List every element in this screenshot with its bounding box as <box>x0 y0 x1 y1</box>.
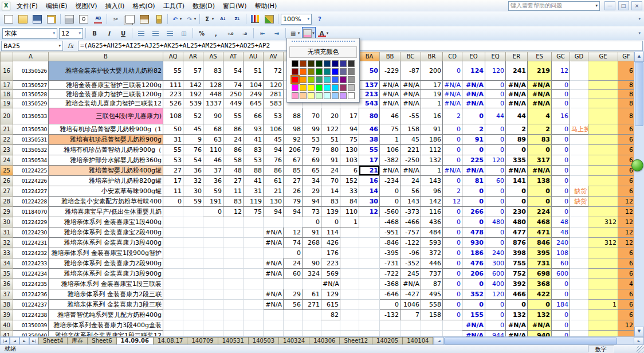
horizontal-scrollbar[interactable]: ◄ ► <box>433 337 644 345</box>
cell-AZ29[interactable]: 110 <box>340 207 359 217</box>
cell-AU40[interactable] <box>244 320 264 331</box>
cell-AW23[interactable]: 206 <box>284 145 303 155</box>
cell-GE35[interactable] <box>588 269 618 279</box>
cell-GD24[interactable] <box>570 155 588 166</box>
cell-AY39[interactable]: 82 <box>321 310 340 320</box>
cell-AY40[interactable] <box>321 320 340 331</box>
cell-BC18[interactable]: #N/A <box>400 90 421 99</box>
color-swatch-333399[interactable] <box>340 60 347 67</box>
cell-ES26[interactable]: 138 <box>528 176 552 186</box>
cell-AS28[interactable]: 191 <box>203 197 223 207</box>
close-button[interactable]: × <box>631 1 642 10</box>
cell-BA21[interactable]: 46 <box>359 124 380 135</box>
row-header-24[interactable]: 24 <box>1 155 13 166</box>
cell-BC31[interactable]: -757 <box>400 228 421 238</box>
col-header-CD[interactable]: CD <box>443 52 462 61</box>
cell-GD37[interactable] <box>570 289 588 300</box>
color-swatch-FF0000[interactable] <box>292 76 299 83</box>
cell-ES33[interactable]: 395 <box>528 248 552 258</box>
cell-BB23[interactable]: 106 <box>380 145 400 155</box>
cell-AS34[interactable] <box>203 258 223 269</box>
chart-button[interactable] <box>248 13 262 25</box>
color-swatch-CCFFCC[interactable] <box>316 92 323 99</box>
cell-GF36[interactable]: 4 <box>618 279 635 289</box>
cell-ES19[interactable]: #N/A <box>528 99 552 108</box>
cell-GD35[interactable] <box>570 269 588 279</box>
cell-A16[interactable]: 01350526 <box>13 61 49 81</box>
cell-ER22[interactable]: 89 <box>506 135 528 145</box>
cell-BB35[interactable]: -722 <box>380 269 400 279</box>
cell-ER39[interactable]: 132 <box>506 310 528 320</box>
cell-AQ36[interactable] <box>163 279 183 289</box>
cell-BA37[interactable] <box>359 289 380 300</box>
col-header-EO[interactable]: EO <box>462 52 485 61</box>
cell-AX27[interactable]: 29 <box>303 186 321 197</box>
cell-EQ36[interactable]: 400 <box>485 279 506 289</box>
cell-AT24[interactable]: 58 <box>223 155 244 166</box>
menu-insert[interactable]: 插入(I) <box>101 1 129 11</box>
cell-GE16[interactable] <box>588 61 618 81</box>
row-header-16[interactable]: 16 <box>1 61 13 81</box>
name-box[interactable]: BA25 ▾ <box>1 41 63 51</box>
print-button[interactable] <box>62 13 76 25</box>
font-name-select[interactable]: 宋体▾ <box>2 28 57 39</box>
cell-CD21[interactable]: 0 <box>443 124 462 135</box>
cell-BR22[interactable]: 186 <box>421 135 443 145</box>
cell-AQ24[interactable]: 53 <box>163 155 183 166</box>
cell-AT29[interactable]: 12 <box>223 207 244 217</box>
cell-AZ31[interactable] <box>340 228 359 238</box>
cell-B37[interactable]: 雅培亲体系列 金装喜康力2段三联 <box>49 289 163 300</box>
cell-GF18[interactable]: 8 <box>618 90 635 99</box>
cell-A19[interactable]: 01350529 <box>13 99 49 108</box>
sheet-tab-140709[interactable]: 140709 <box>187 337 218 345</box>
cell-AS18[interactable]: 448 <box>203 90 223 99</box>
cell-AT26[interactable]: 27 <box>223 176 244 186</box>
cell-BC39[interactable]: 7 <box>400 310 421 320</box>
cell-GD38[interactable] <box>570 300 588 310</box>
cell-AV35[interactable]: #N/A <box>264 269 284 279</box>
cell-BC32[interactable]: -122 <box>400 238 421 248</box>
cell-AT35[interactable] <box>223 269 244 279</box>
cell-GC34[interactable]: 60 <box>552 258 570 269</box>
cell-GD40[interactable] <box>570 320 588 331</box>
cell-EO30[interactable]: 0 <box>462 217 485 228</box>
cell-GD39[interactable] <box>570 310 588 320</box>
align-center-button[interactable] <box>148 27 162 40</box>
cell-AQ21[interactable]: 50 <box>163 124 183 135</box>
cell-GD33[interactable] <box>570 248 588 258</box>
color-swatch-FFCC99[interactable] <box>300 92 307 99</box>
cell-GC16[interactable]: 12 <box>552 61 570 81</box>
cell-BB31[interactable]: -951 <box>380 228 400 238</box>
cell-AW30[interactable] <box>284 217 303 228</box>
cell-AX35[interactable]: 324 <box>303 269 321 279</box>
cell-CD31[interactable]: 0 <box>443 228 462 238</box>
cell-BC28[interactable]: 143 <box>400 197 421 207</box>
menu-window[interactable]: 窗口(W) <box>219 1 250 11</box>
cell-GE24[interactable] <box>588 155 618 166</box>
cell-EQ38[interactable]: 0 <box>485 300 506 310</box>
sheet-tab-14.09.06[interactable]: 14.09.06 <box>116 337 154 345</box>
sheet-tab-140531[interactable]: 140531 <box>218 337 249 345</box>
cell-AW29[interactable]: 94 <box>284 207 303 217</box>
cell-AW24[interactable]: 67 <box>284 155 303 166</box>
help-button[interactable]: ? <box>313 13 327 25</box>
first-sheet-button[interactable]: |◄ <box>0 337 10 345</box>
col-header-GE[interactable]: GE <box>588 52 618 61</box>
cell-ES21[interactable]: 2 <box>528 124 552 135</box>
color-swatch-0000FF[interactable] <box>332 68 339 75</box>
cell-ES20[interactable]: 4 <box>528 108 552 124</box>
cell-AS31[interactable] <box>203 228 223 238</box>
cell-A28[interactable]: 01224228 <box>13 197 49 207</box>
cell-AT31[interactable] <box>223 228 244 238</box>
cell-AQ27[interactable]: 11 <box>163 186 183 197</box>
italic-button[interactable]: I <box>102 27 116 40</box>
cell-EO35[interactable]: 206 <box>462 269 485 279</box>
sheet-tab-Sheet12[interactable]: Sheet12 <box>339 337 372 345</box>
cell-AX30[interactable]: 0 <box>303 217 321 228</box>
cell-AT30[interactable] <box>223 217 244 228</box>
cell-AW22[interactable]: 92 <box>284 135 303 145</box>
cell-AR31[interactable] <box>183 228 203 238</box>
row-header-38[interactable]: 38 <box>1 300 13 310</box>
cell-ER19[interactable]: #N/A <box>506 99 528 108</box>
cell-CD22[interactable]: 0 <box>443 135 462 145</box>
